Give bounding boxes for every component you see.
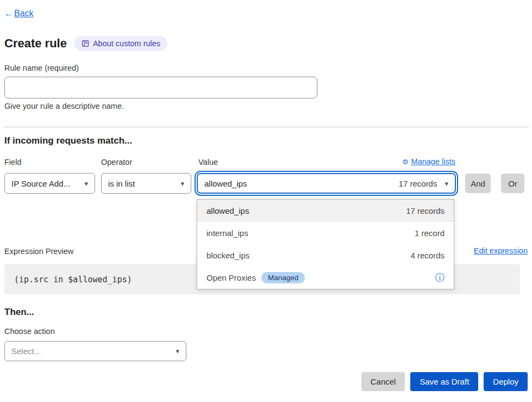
manage-lists-link[interactable]: ⚙ Manage lists: [402, 157, 455, 166]
expression-preview-label: Expression Preview: [4, 247, 73, 256]
list-option-name: blocked_ips: [206, 251, 249, 260]
choose-action-label: Choose action: [4, 327, 55, 336]
section-divider: [3, 127, 529, 127]
then-section-heading: Then...: [4, 307, 34, 318]
list-option-allowed-ips[interactable]: allowed_ips 17 records: [197, 200, 454, 222]
action-select-placeholder: Select...: [11, 347, 41, 356]
cancel-button[interactable]: Cancel: [361, 372, 405, 391]
footer-actions: Cancel Save as Draft Deploy: [361, 372, 528, 391]
list-option-name: internal_ips: [206, 228, 248, 238]
list-option-records: 4 records: [410, 251, 445, 260]
chevron-down-icon: ▾: [445, 180, 448, 188]
book-icon: [82, 40, 89, 47]
field-label: Field: [4, 158, 21, 166]
list-option-open-proxies[interactable]: Open Proxies Managed ⓘ: [197, 267, 454, 289]
match-section-heading: If incoming requests match...: [4, 135, 132, 146]
field-select[interactable]: IP Source Add... ▾: [4, 173, 95, 194]
about-badge-label: About custom rules: [93, 39, 160, 48]
or-button[interactable]: Or: [501, 174, 524, 193]
info-icon[interactable]: ⓘ: [435, 273, 445, 282]
chevron-down-icon: ▾: [180, 180, 184, 188]
deploy-button[interactable]: Deploy: [484, 372, 528, 391]
edit-expression-link[interactable]: Edit expression: [474, 246, 528, 255]
chevron-down-icon: ▾: [84, 180, 88, 188]
about-custom-rules-link[interactable]: About custom rules: [74, 36, 167, 51]
field-select-value: IP Source Add...: [11, 179, 70, 188]
managed-badge: Managed: [261, 272, 305, 283]
action-select[interactable]: Select... ▾: [4, 341, 186, 361]
back-label: Back: [14, 9, 34, 18]
list-option-blocked-ips[interactable]: blocked_ips 4 records: [197, 244, 454, 267]
and-button[interactable]: And: [465, 174, 491, 193]
expression-code: (ip.src in $allowed_ips): [14, 275, 132, 285]
gear-icon: ⚙: [402, 158, 409, 166]
value-label: Value: [198, 158, 218, 166]
list-option-records: 1 record: [415, 228, 445, 238]
chevron-down-icon: ▾: [176, 347, 179, 355]
list-option-records: 17 records: [406, 206, 445, 215]
list-option-name: Open Proxies: [206, 273, 256, 282]
list-option-name: allowed_ips: [206, 206, 249, 215]
back-link[interactable]: ←Back: [4, 9, 34, 18]
operator-select[interactable]: is in list ▾: [101, 173, 191, 194]
rule-name-label: Rule name (required): [4, 64, 79, 72]
lists-dropdown-panel: allowed_ips 17 records internal_ips 1 re…: [197, 199, 454, 289]
page-title: Create rule: [4, 36, 67, 51]
manage-lists-label: Manage lists: [411, 157, 455, 166]
operator-select-value: is in list: [108, 179, 135, 188]
operator-label: Operator: [101, 158, 132, 166]
page-header: Create rule About custom rules: [4, 36, 167, 51]
rule-name-input[interactable]: [4, 77, 317, 98]
value-select-records: 17 records: [399, 179, 437, 188]
value-select-value: allowed_ips: [204, 179, 247, 188]
save-as-draft-button[interactable]: Save as Draft: [410, 372, 478, 391]
list-option-internal-ips[interactable]: internal_ips 1 record: [197, 222, 454, 244]
back-arrow-icon: ←: [4, 9, 13, 18]
value-select[interactable]: allowed_ips 17 records ▾: [197, 173, 456, 194]
rule-name-help-text: Give your rule a descriptive name.: [4, 102, 124, 110]
create-rule-page: ←Back Create rule About custom rules Rul…: [0, 0, 532, 402]
